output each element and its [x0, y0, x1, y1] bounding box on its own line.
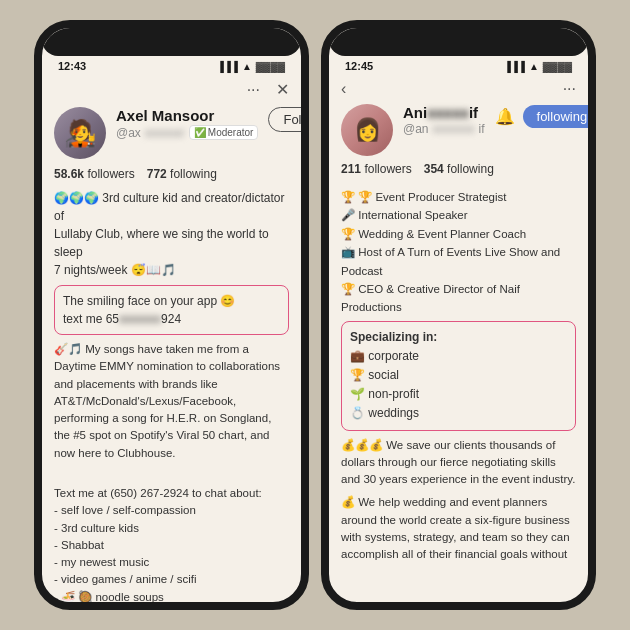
specializing-title: Specializing in:: [350, 328, 567, 347]
left-avatar[interactable]: 🧑‍🎤: [54, 107, 106, 159]
left-content: ··· ✕ 🧑‍🎤 Axel Mansoor @axxxxxxxr ✅ Mode…: [42, 76, 301, 602]
bio-item-3: 🏆 Wedding & Event Planner Coach: [341, 225, 576, 243]
right-status-icons: ▐▐▐ ▲ ▓▓▓▓: [504, 61, 572, 72]
right-avatar[interactable]: 👩: [341, 104, 393, 156]
left-phone: 12:43 ▐▐▐ ▲ ▓▓▓▓ ··· ✕ 🧑‍🎤 Axel Mansoor: [34, 20, 309, 610]
bio-item-1: 🏆 🏆 Event Producer Strategist: [341, 188, 576, 206]
app-container: 12:43 ▐▐▐ ▲ ▓▓▓▓ ··· ✕ 🧑‍🎤 Axel Mansoor: [0, 0, 630, 630]
left-profile-top: 🧑‍🎤 Axel Mansoor @axxxxxxxr ✅ Moderator …: [42, 103, 301, 167]
right-content: ‹ ··· 👩 Anixxxxxif @anxxxxxxxif 🔔: [329, 76, 588, 602]
left-time: 12:43: [58, 60, 86, 72]
right-bio-footer2: 💰 We help wedding and event planners aro…: [329, 494, 588, 563]
left-status-bar: 12:43 ▐▐▐ ▲ ▓▓▓▓: [42, 56, 301, 76]
left-highlight-wrapper: The smiling face on your app 😊 text me 6…: [42, 285, 301, 335]
right-stats: 211 followers 354 following: [329, 162, 588, 176]
left-bio-long: 🎸🎵 My songs have taken me from a Daytime…: [42, 341, 301, 462]
left-bio-contact: Text me at (650) 267-2924 to chat about:…: [42, 468, 301, 602]
left-followers-count: 58.6k followers: [54, 167, 135, 181]
left-highlight-box: The smiling face on your app 😊 text me 6…: [54, 285, 289, 335]
right-followers-count: 211 followers: [341, 162, 412, 176]
bell-icon[interactable]: 🔔: [495, 107, 515, 126]
right-profile-handle: @anxxxxxxxif: [403, 122, 485, 136]
right-time: 12:45: [345, 60, 373, 72]
follow-button[interactable]: Follow: [268, 107, 301, 132]
right-following-count: 354 following: [424, 162, 494, 176]
right-notch: [329, 28, 588, 56]
back-icon[interactable]: ‹: [341, 80, 346, 98]
left-profile-handle: @axxxxxxxr ✅ Moderator: [116, 125, 258, 140]
bio-item-2: 🎤 International Speaker: [341, 206, 576, 224]
right-more-icon[interactable]: ···: [563, 80, 576, 98]
bio-item-5: 🏆 CEO & Creative Director of Naif Produc…: [341, 280, 576, 317]
left-action-buttons: Follow +: [268, 107, 301, 132]
close-icon[interactable]: ✕: [276, 80, 289, 99]
bio-item-4: 📺 Host of A Turn of Events Live Show and…: [341, 243, 576, 280]
spec-nonprofit: 🌱 non-profit: [350, 385, 567, 404]
right-profile-top: 👩 Anixxxxxif @anxxxxxxxif 🔔 following +: [329, 102, 588, 162]
right-action-buttons: 🔔 following +: [495, 104, 588, 128]
spec-corporate: 💼 corporate: [350, 347, 567, 366]
left-following-count: 772 following: [147, 167, 217, 181]
following-button[interactable]: following: [523, 105, 588, 128]
left-header-bar: ··· ✕: [42, 76, 301, 103]
right-specializing-wrapper: Specializing in: 💼 corporate 🏆 social 🌱 …: [329, 321, 588, 431]
left-notch: [42, 28, 301, 56]
right-profile-name: Anixxxxxif: [403, 104, 485, 121]
right-profile-info: Anixxxxxif @anxxxxxxxif: [403, 104, 485, 136]
moderator-badge: ✅ Moderator: [189, 125, 259, 140]
right-specializing-box: Specializing in: 💼 corporate 🏆 social 🌱 …: [341, 321, 576, 431]
right-bio-items: 🏆 🏆 Event Producer Strategist 🎤 Internat…: [329, 184, 588, 317]
left-bio: 🌍🌍🌍 3rd culture kid and creator/dictator…: [42, 189, 301, 279]
spec-social: 🏆 social: [350, 366, 567, 385]
spec-weddings: 💍 weddings: [350, 404, 567, 423]
left-stats: 58.6k followers 772 following: [42, 167, 301, 181]
right-phone: 12:45 ▐▐▐ ▲ ▓▓▓▓ ‹ ··· 👩 Anixxxxxif: [321, 20, 596, 610]
right-status-bar: 12:45 ▐▐▐ ▲ ▓▓▓▓: [329, 56, 588, 76]
left-profile-name: Axel Mansoor: [116, 107, 258, 124]
left-profile-info: Axel Mansoor @axxxxxxxr ✅ Moderator: [116, 107, 258, 140]
left-status-icons: ▐▐▐ ▲ ▓▓▓▓: [217, 61, 285, 72]
more-icon[interactable]: ···: [247, 81, 260, 99]
right-header-bar: ‹ ···: [329, 76, 588, 102]
right-bio-footer1: 💰💰💰 We save our clients thousands of dol…: [329, 437, 588, 489]
